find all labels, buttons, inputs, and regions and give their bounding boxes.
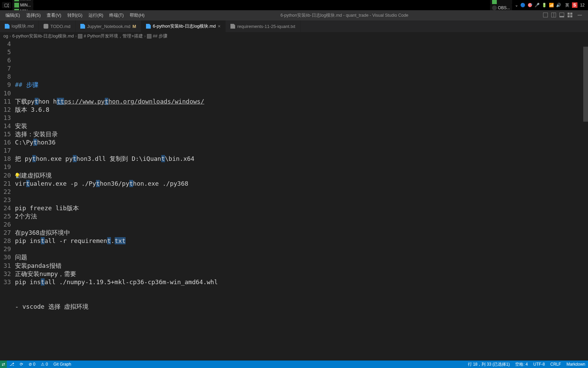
file-icon [80, 24, 85, 29]
code-line[interactable]: ## 步骤 [15, 81, 588, 89]
code-line[interactable] [15, 188, 588, 196]
taskbar-start[interactable]: ▢¦ [2, 2, 11, 8]
code-line[interactable]: C:\Python36 [15, 138, 588, 147]
tray-sys-icon[interactable]: 🔊 [556, 3, 561, 7]
menu-item[interactable]: 终端(T) [107, 11, 126, 20]
tray-sys-icon[interactable]: 🔵 [520, 3, 525, 7]
tab[interactable]: log模块.md [0, 20, 39, 32]
minimize-button[interactable]: — [576, 13, 584, 18]
code-line[interactable] [15, 114, 588, 122]
code-line[interactable]: 安装 [15, 122, 588, 130]
code-link[interactable]: tt [57, 98, 64, 105]
status-branch[interactable]: ⎇ [7, 361, 17, 368]
code-line[interactable] [15, 196, 588, 204]
taskbar-lang[interactable]: 英 [564, 2, 571, 8]
tab[interactable]: requirements-11-25-iquant.txt [226, 20, 300, 32]
code-line[interactable]: pip install -r requirement.txt [15, 237, 588, 245]
code-text: hon36 [37, 139, 55, 146]
tray-sys-icon[interactable]: 📶 [549, 3, 554, 7]
tray-sys-icon[interactable]: 🎤 [535, 3, 540, 7]
line-number: 11 [0, 97, 11, 106]
lightbulb-icon[interactable]: 💡 [14, 171, 20, 180]
code-link[interactable]: ps://www.py [64, 98, 104, 105]
tab[interactable]: TODO.md [39, 20, 76, 32]
line-number: 19 [0, 163, 11, 171]
tray-sys-icon[interactable]: ⌄ [515, 3, 518, 7]
code-line[interactable]: 版本 3.6.8 [15, 106, 588, 114]
editor-content[interactable]: ## 步骤 下载python https://www.python.org/do… [15, 40, 588, 361]
status-encoding[interactable]: UTF-8 [530, 362, 548, 367]
status-cursor-pos[interactable]: 行 18，列 33 (已选择1) [465, 362, 512, 367]
breadcrumb-item[interactable]: ## 步骤 [153, 33, 167, 39]
remote-button[interactable]: ⇄ [0, 361, 7, 368]
code-text: C:\Py [15, 139, 33, 146]
code-text: . [111, 237, 115, 244]
code-line[interactable]: pip freeze lib版本 [15, 204, 588, 212]
code-line[interactable]: - vscode 选择 虚拟环境 [15, 303, 588, 311]
menu-item[interactable]: 编辑(E) [3, 11, 23, 20]
status-indent[interactable]: 空格: 4 [512, 362, 530, 367]
tray-sys-icon[interactable]: 🔋 [542, 3, 547, 7]
code-line[interactable]: 在py368虚拟环境中 [15, 229, 588, 237]
status-sync[interactable]: ⟳ [17, 361, 26, 368]
code-line[interactable]: 2个方法 [15, 212, 588, 220]
breadcrumb[interactable]: og › 6-python安装lib-日志log模块.md › # Python… [0, 32, 588, 40]
tab[interactable]: 6-python安装lib-日志log模块.md× [141, 20, 226, 32]
layout-split-icon[interactable] [551, 13, 556, 18]
tab-close-icon[interactable]: × [218, 24, 220, 29]
code-line[interactable] [15, 147, 588, 155]
status-eol[interactable]: CRLF [548, 362, 564, 367]
tray-item[interactable]: OBS... [490, 5, 512, 11]
code-text: t [129, 180, 133, 187]
tray-item[interactable] [490, 0, 512, 5]
code-line[interactable] [15, 89, 588, 97]
layout-grid-icon[interactable] [568, 13, 572, 18]
menu-item[interactable]: 帮助(H) [127, 11, 147, 20]
status-warnings[interactable]: ⚠ 0 [38, 361, 51, 368]
code-line[interactable]: 安装pandas报错 [15, 262, 588, 270]
breadcrumb-item[interactable]: og [3, 34, 8, 39]
status-gitgraph[interactable]: Git Graph [51, 361, 74, 368]
code-text: hon.exe py [36, 155, 72, 162]
code-line[interactable] [15, 163, 588, 171]
code-line[interactable]: pip install ./numpy-1.19.5+mkl-cp36-cp36… [15, 278, 588, 286]
code-line[interactable]: 把 python.exe python3.dll 复制到 D:\iQuant\b… [15, 155, 588, 163]
code-line[interactable] [15, 245, 588, 253]
breadcrumb-item[interactable]: 6-python安装lib-日志log模块.md [12, 33, 74, 39]
taskbar-clock[interactable]: 12 [579, 3, 586, 7]
menu-item[interactable]: 选择(S) [23, 11, 44, 20]
taskbar-app-icon[interactable]: S [572, 2, 577, 8]
editor[interactable]: 4567891011121314151617181920212223242526… [0, 40, 588, 361]
tab[interactable]: Jupyter_Notebook.mdM [76, 20, 141, 32]
code-line[interactable]: 选择：安装目录 [15, 130, 588, 138]
code-text: hon.exe ./py368 [133, 180, 189, 187]
code-link[interactable]: t [105, 98, 109, 105]
line-number: 18 [0, 155, 11, 163]
tab-bar: log模块.mdTODO.mdJupyter_Notebook.mdM6-pyt… [0, 20, 588, 32]
layout-panel-icon[interactable] [559, 13, 564, 18]
code-line[interactable] [15, 294, 588, 303]
tray-sys-icon[interactable]: 🎯 [527, 3, 533, 7]
code-line[interactable]: 💡创建虚拟环境 [15, 171, 588, 180]
layout-single-icon[interactable] [543, 13, 548, 18]
code-text: 把 py [15, 155, 32, 162]
status-errors[interactable]: ⊘ 0 [26, 361, 38, 368]
status-language[interactable]: Markdown [564, 362, 588, 367]
code-line[interactable]: virtualenv.exe -p ./Python36/python.exe … [15, 180, 588, 188]
menu-item[interactable]: 运行(R) [86, 11, 106, 20]
taskbar-item[interactable]: MIN... [12, 2, 33, 8]
code-line[interactable]: 下载python https://www.python.org/download… [15, 97, 588, 106]
menu-item[interactable]: 查看(V) [44, 11, 64, 20]
code-line[interactable] [15, 220, 588, 229]
code-line[interactable]: 正确安装numpy，需要 [15, 270, 588, 278]
code-line[interactable] [15, 64, 588, 73]
code-link[interactable]: hon.org/downloads/windows/ [108, 98, 204, 105]
menu-item[interactable]: 转到(G) [65, 11, 85, 20]
code-line[interactable] [15, 73, 588, 81]
code-text: hon h [38, 98, 57, 105]
code-line[interactable]: 问题 [15, 253, 588, 261]
code-line[interactable] [15, 286, 588, 294]
code-text: t [35, 98, 38, 105]
breadcrumb-item[interactable]: # Python开发环境，管理+搭建 [84, 33, 143, 39]
code-text [15, 65, 19, 72]
